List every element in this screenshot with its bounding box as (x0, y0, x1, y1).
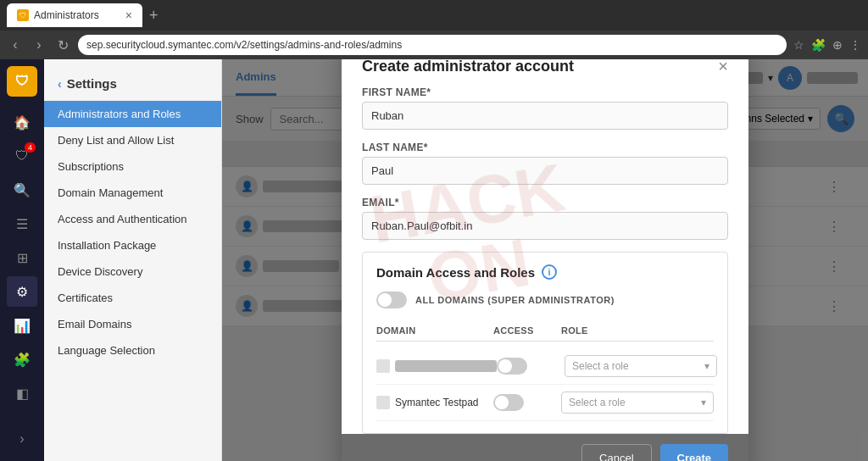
tab-title: Administrators (34, 9, 99, 21)
last-name-group: LAST NAME* (362, 142, 728, 185)
role-placeholder-0: Select a role (572, 360, 629, 372)
sidebar-item-domain-mgmt[interactable]: Domain Management (44, 180, 221, 206)
sidebar-item-installation[interactable]: Installation Package (44, 232, 221, 258)
sidebar-icon-puzzle[interactable]: 🧩 (7, 344, 37, 375)
back-arrow-icon: ‹ (58, 77, 62, 91)
sidebar-item-certificates[interactable]: Certificates (44, 285, 221, 311)
email-group: EMAIL* (362, 197, 728, 240)
email-input[interactable] (362, 212, 728, 240)
settings-header-label: Settings (67, 76, 117, 91)
sidebar-item-subscriptions-label: Subscriptions (58, 160, 124, 173)
tab-favicon: 🛡 (17, 9, 29, 21)
sidebar-item-device-discovery[interactable]: Device Discovery (44, 258, 221, 285)
modal-close-button[interactable]: × (718, 59, 728, 76)
sidebar-item-deny-list[interactable]: Deny List and Allow List (44, 127, 221, 153)
modal-footer: Cancel Create (342, 434, 748, 461)
domain-row-1: Symantec Testpad Select a role ▾ (376, 385, 714, 421)
domain-access-section: Domain Access and Roles i ALL DOMAINS (S… (362, 252, 728, 434)
sidebar-item-language-label: Language Selection (58, 344, 155, 357)
sidebar-item-subscriptions[interactable]: Subscriptions (44, 153, 221, 180)
url-bar[interactable]: sep.securitycloud.symantec.com/v2/settin… (78, 35, 787, 55)
domain-icon-1 (376, 396, 390, 409)
main-content: Admins 🖥 🔍 👤 🔔 2 ⊞ 🌐 ▾ A (222, 59, 868, 461)
sidebar-icon-layers[interactable]: ◧ (7, 378, 37, 408)
last-name-input[interactable] (362, 157, 728, 185)
all-domains-toggle-row: ALL DOMAINS (SUPER ADMINISTRATOR) (376, 292, 714, 308)
sidebar-icon-search[interactable]: 🔍 (7, 175, 37, 205)
tab-close-button[interactable]: × (125, 8, 132, 22)
browser-tab[interactable]: 🛡 Administrators × (7, 3, 142, 27)
last-name-label: LAST NAME* (362, 142, 728, 153)
sidebar-item-language[interactable]: Language Selection (44, 337, 221, 364)
role-chevron-icon-0: ▾ (704, 360, 709, 372)
sidebar-item-installation-label: Installation Package (58, 239, 156, 252)
role-select-1[interactable]: Select a role ▾ (561, 392, 714, 414)
all-domains-toggle[interactable] (376, 292, 407, 308)
extensions-icon[interactable]: 🧩 (811, 38, 826, 52)
sidebar-item-admins[interactable]: Administrators and Roles (44, 101, 221, 127)
first-name-input[interactable] (362, 102, 728, 130)
refresh-button[interactable]: ↻ (54, 37, 71, 53)
modal-title: Create administrator account (362, 59, 574, 75)
domain-name-text-1: Symantec Testpad (395, 397, 479, 408)
first-name-group: FIRST NAME* (362, 86, 728, 130)
toggle-knob-1 (495, 396, 509, 409)
left-sidebar: 🛡 🏠 🛡 4 🔍 ☰ ⊞ ⚙ 📊 🧩 ◧ › (0, 59, 44, 461)
modal-overlay: HACK ON Create administrator account × F… (222, 59, 868, 461)
forward-button[interactable]: › (31, 37, 47, 53)
sidebar-icon-chart[interactable]: 📊 (7, 310, 37, 341)
sidebar-item-email-domains-label: Email Domains (58, 318, 131, 330)
domain-name-1: Symantec Testpad (376, 396, 493, 409)
create-admin-modal: Create administrator account × FIRST NAM… (342, 59, 748, 461)
toggle-knob (378, 293, 392, 307)
sidebar-icon-list[interactable]: ☰ (7, 208, 37, 239)
profile-icon[interactable]: ⊕ (832, 38, 843, 52)
domain-toggle-0[interactable] (497, 358, 527, 375)
domain-info-icon[interactable]: i (542, 264, 557, 280)
cancel-button[interactable]: Cancel (581, 444, 651, 461)
domain-name-0 (376, 359, 497, 373)
sidebar-icon-home[interactable]: 🏠 (7, 107, 37, 137)
browser-chrome: 🛡 Administrators × + (0, 0, 868, 31)
bookmark-icon[interactable]: ☆ (793, 38, 804, 52)
sidebar-icon-shield[interactable]: 🛡 4 (7, 141, 37, 171)
back-button[interactable]: ‹ (7, 37, 24, 53)
domain-name-blurred-0 (395, 360, 497, 372)
address-bar-row: ‹ › ↻ sep.securitycloud.symantec.com/v2/… (0, 31, 868, 59)
browser-menu-icon[interactable]: ⋮ (849, 38, 861, 52)
settings-sidebar: ‹ Settings Administrators and Roles Deny… (44, 59, 222, 461)
access-col-header: ACCESS (493, 325, 561, 336)
browser-action-icons: ☆ 🧩 ⊕ ⋮ (793, 38, 861, 52)
sidebar-item-access-auth-label: Access and Authentication (58, 213, 187, 225)
settings-sidebar-header[interactable]: ‹ Settings (44, 69, 221, 101)
create-button[interactable]: Create (660, 444, 728, 461)
email-label: EMAIL* (362, 197, 728, 208)
all-domains-label: ALL DOMAINS (SUPER ADMINISTRATOR) (415, 295, 615, 305)
sidebar-expand-button[interactable]: › (7, 424, 37, 454)
modal-body: FIRST NAME* LAST NAME* EMAIL* Domain Acc… (342, 86, 748, 434)
sidebar-item-certificates-label: Certificates (58, 292, 113, 304)
domain-row-0: Select a role ▾ (376, 348, 714, 385)
sidebar-item-email-domains[interactable]: Email Domains (44, 311, 221, 337)
app-logo: 🛡 (7, 66, 37, 97)
sidebar-item-access-auth[interactable]: Access and Authentication (44, 206, 221, 232)
domain-access-1 (493, 394, 561, 411)
domain-section-title: Domain Access and Roles (376, 265, 535, 280)
app-container: 🛡 🏠 🛡 4 🔍 ☰ ⊞ ⚙ 📊 🧩 ◧ › ‹ Settings Admin… (0, 59, 868, 461)
sidebar-item-device-discovery-label: Device Discovery (58, 265, 142, 278)
domain-toggle-1[interactable] (493, 394, 524, 411)
sidebar-icon-grid[interactable]: ⊞ (7, 242, 37, 273)
shield-badge: 4 (25, 142, 36, 153)
sidebar-icon-settings[interactable]: ⚙ (7, 276, 37, 307)
role-chevron-icon-1: ▾ (701, 397, 706, 408)
url-text: sep.securitycloud.symantec.com/v2/settin… (86, 39, 402, 51)
new-tab-button[interactable]: + (149, 7, 159, 25)
domain-icon-0 (376, 359, 390, 373)
sidebar-item-admins-label: Administrators and Roles (58, 108, 181, 120)
role-select-0[interactable]: Select a role ▾ (565, 355, 717, 377)
modal-header: Create administrator account × (342, 59, 748, 86)
domain-table-header: DOMAIN ACCESS ROLE (376, 320, 714, 342)
domain-access-0 (497, 358, 565, 375)
role-placeholder-1: Select a role (569, 397, 626, 408)
domain-role-0: Select a role ▾ (565, 355, 717, 377)
